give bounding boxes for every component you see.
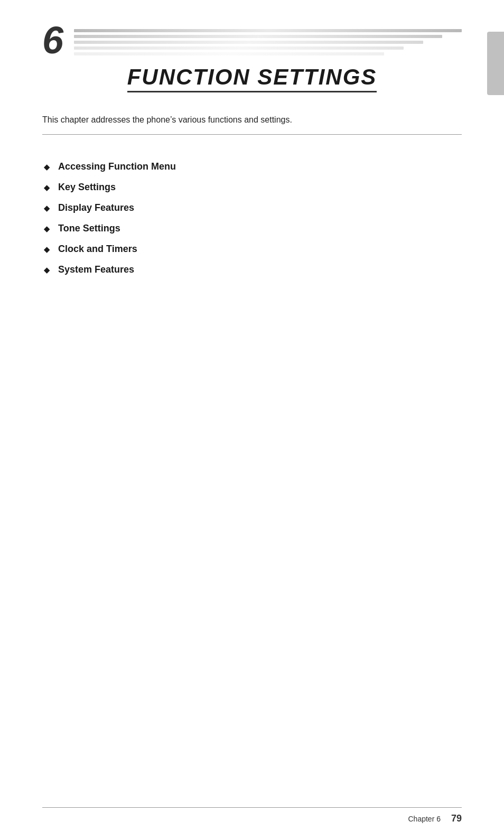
- toc-item-label[interactable]: Display Features: [58, 202, 134, 213]
- footer-divider: [42, 807, 462, 808]
- header-lines: [74, 21, 462, 58]
- footer-page-number: 79: [451, 813, 462, 824]
- header-line-5: [74, 52, 384, 55]
- page-container: 6 FUNCTION SETTINGS This chapter address…: [0, 0, 504, 840]
- header-area: 6: [0, 0, 504, 59]
- chapter-title-container: FUNCTION SETTINGS: [42, 64, 462, 92]
- toc-item: Accessing Function Menu: [42, 161, 462, 172]
- chapter-number: 6: [42, 21, 63, 59]
- header-line-3: [74, 41, 423, 44]
- bullet-diamond-icon: [42, 266, 51, 274]
- header-line-4: [74, 46, 404, 50]
- header-line-1: [74, 29, 462, 32]
- toc-item-label[interactable]: Tone Settings: [58, 223, 120, 234]
- header-line-2: [74, 35, 442, 38]
- intro-text: This chapter addresses the phone’s vario…: [0, 103, 504, 134]
- toc-item-label[interactable]: Accessing Function Menu: [58, 161, 176, 172]
- toc-item: Clock and Timers: [42, 244, 462, 255]
- bullet-diamond-icon: [42, 245, 51, 254]
- toc-item: Tone Settings: [42, 223, 462, 234]
- bullet-diamond-icon: [42, 204, 51, 212]
- footer-chapter-label: Chapter 6: [408, 815, 440, 823]
- toc-item-label[interactable]: System Features: [58, 264, 134, 275]
- toc-item: Display Features: [42, 202, 462, 213]
- toc-item-label[interactable]: Key Settings: [58, 182, 116, 193]
- header-divider: [42, 134, 462, 135]
- toc-item-label[interactable]: Clock and Timers: [58, 244, 137, 255]
- footer: Chapter 6 79: [0, 807, 504, 824]
- toc-item: System Features: [42, 264, 462, 275]
- toc-list: Accessing Function MenuKey SettingsDispl…: [0, 151, 504, 295]
- chapter-number-row: 6: [42, 21, 462, 59]
- footer-content: Chapter 6 79: [42, 813, 462, 824]
- bullet-diamond-icon: [42, 183, 51, 192]
- bullet-diamond-icon: [42, 163, 51, 171]
- bullet-diamond-icon: [42, 225, 51, 233]
- toc-item: Key Settings: [42, 182, 462, 193]
- chapter-title: FUNCTION SETTINGS: [127, 64, 377, 92]
